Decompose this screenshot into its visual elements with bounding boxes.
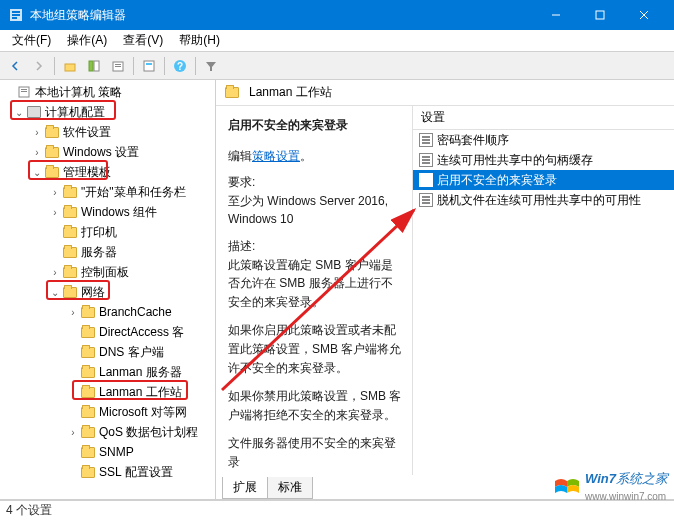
- menu-help[interactable]: 帮助(H): [171, 30, 228, 51]
- show-hide-tree-button[interactable]: [83, 55, 105, 77]
- folder-icon: [62, 244, 78, 260]
- tree-label: 软件设置: [63, 124, 111, 141]
- svg-rect-5: [596, 11, 604, 19]
- svg-rect-13: [115, 66, 121, 67]
- folder-icon: [44, 124, 60, 140]
- svg-rect-9: [89, 61, 93, 71]
- list-item[interactable]: 脱机文件在连续可用性共享中的可用性: [413, 190, 674, 210]
- menu-view[interactable]: 查看(V): [115, 30, 171, 51]
- tree-windows-settings[interactable]: ›Windows 设置: [0, 142, 215, 162]
- menu-bar: 文件(F) 操作(A) 查看(V) 帮助(H): [0, 30, 674, 52]
- policy-icon: [419, 153, 433, 167]
- tree-label: "开始"菜单和任务栏: [81, 184, 186, 201]
- list-item-label: 启用不安全的来宾登录: [437, 172, 557, 189]
- tree-network[interactable]: ⌄网络: [0, 282, 215, 302]
- tree-label: QoS 数据包计划程: [99, 424, 198, 441]
- folder-icon: [224, 85, 240, 101]
- tree-computer-config[interactable]: ⌄计算机配置: [0, 102, 215, 122]
- svg-rect-3: [12, 17, 17, 19]
- list-header[interactable]: 设置: [413, 106, 674, 130]
- folder-icon: [80, 304, 96, 320]
- tree-label: Microsoft 对等网: [99, 404, 187, 421]
- folder-icon: [80, 384, 96, 400]
- tree-lanman-workstation[interactable]: Lanman 工作站: [0, 382, 215, 402]
- list-item[interactable]: 密码套件顺序: [413, 130, 674, 150]
- tree-ssl[interactable]: SSL 配置设置: [0, 462, 215, 482]
- svg-text:?: ?: [177, 61, 183, 72]
- computer-icon: [26, 104, 42, 120]
- properties-button[interactable]: [138, 55, 160, 77]
- window-title: 本地组策略编辑器: [30, 7, 534, 24]
- requirements-value: 至少为 Windows Server 2016, Windows 10: [228, 192, 404, 229]
- folder-icon: [80, 464, 96, 480]
- svg-rect-19: [21, 89, 27, 90]
- svg-rect-15: [146, 63, 152, 65]
- folder-icon: [62, 204, 78, 220]
- address-label: Lanman 工作站: [249, 84, 332, 101]
- svg-rect-2: [12, 14, 20, 16]
- tree-printers[interactable]: 打印机: [0, 222, 215, 242]
- tree-windows-components[interactable]: ›Windows 组件: [0, 202, 215, 222]
- export-button[interactable]: [107, 55, 129, 77]
- maximize-button[interactable]: [578, 0, 622, 30]
- tree-label: 打印机: [81, 224, 117, 241]
- tree-label: 控制面板: [81, 264, 129, 281]
- tree-qos[interactable]: ›QoS 数据包计划程: [0, 422, 215, 442]
- details-pane: Lanman 工作站 启用不安全的来宾登录 编辑策略设置。 要求: 至少为 Wi…: [216, 80, 674, 499]
- description-p4: 文件服务器使用不安全的来宾登录: [228, 434, 404, 471]
- tree-label: SSL 配置设置: [99, 464, 173, 481]
- list-item-label: 密码套件顺序: [437, 132, 509, 149]
- tree-dns-client[interactable]: DNS 客户端: [0, 342, 215, 362]
- forward-button[interactable]: [28, 55, 50, 77]
- tree-label: Windows 组件: [81, 204, 157, 221]
- filter-button[interactable]: [200, 55, 222, 77]
- tree-label: 服务器: [81, 244, 117, 261]
- svg-rect-10: [94, 61, 99, 71]
- svg-rect-14: [144, 61, 154, 71]
- tree-label: Lanman 服务器: [99, 364, 182, 381]
- app-icon: [8, 7, 24, 23]
- settings-list: 设置 密码套件顺序 连续可用性共享中的句柄缓存 启用不安全的来宾登录 脱机文件在…: [412, 106, 674, 475]
- address-bar: Lanman 工作站: [216, 80, 674, 106]
- navigation-tree[interactable]: 本地计算机 策略 ⌄计算机配置 ›软件设置 ›Windows 设置 ⌄管理模板 …: [0, 80, 216, 499]
- up-button[interactable]: [59, 55, 81, 77]
- list-item-selected[interactable]: 启用不安全的来宾登录: [413, 170, 674, 190]
- tree-label: DNS 客户端: [99, 344, 164, 361]
- back-button[interactable]: [4, 55, 26, 77]
- list-item-label: 连续可用性共享中的句柄缓存: [437, 152, 593, 169]
- tree-admin-templates[interactable]: ⌄管理模板: [0, 162, 215, 182]
- tree-snmp[interactable]: SNMP: [0, 442, 215, 462]
- tree-directaccess[interactable]: DirectAccess 客: [0, 322, 215, 342]
- policy-title: 启用不安全的来宾登录: [228, 116, 404, 135]
- help-button[interactable]: ?: [169, 55, 191, 77]
- tree-microsoft-peer[interactable]: Microsoft 对等网: [0, 402, 215, 422]
- minimize-button[interactable]: [534, 0, 578, 30]
- tree-control-panel[interactable]: ›控制面板: [0, 262, 215, 282]
- close-button[interactable]: [622, 0, 666, 30]
- status-text: 4 个设置: [6, 502, 52, 519]
- list-item-label: 脱机文件在连续可用性共享中的可用性: [437, 192, 641, 209]
- tree-start-taskbar[interactable]: ›"开始"菜单和任务栏: [0, 182, 215, 202]
- tree-server[interactable]: 服务器: [0, 242, 215, 262]
- tree-label: DirectAccess 客: [99, 324, 184, 341]
- tree-software-settings[interactable]: ›软件设置: [0, 122, 215, 142]
- title-bar: 本地组策略编辑器: [0, 0, 674, 30]
- description-label: 描述:: [228, 237, 404, 256]
- edit-policy-link[interactable]: 策略设置: [252, 149, 300, 163]
- list-item[interactable]: 连续可用性共享中的句柄缓存: [413, 150, 674, 170]
- tree-branchcache[interactable]: ›BranchCache: [0, 302, 215, 322]
- edit-label: 编辑: [228, 149, 252, 163]
- folder-icon: [80, 424, 96, 440]
- tree-lanman-server[interactable]: Lanman 服务器: [0, 362, 215, 382]
- menu-file[interactable]: 文件(F): [4, 30, 59, 51]
- tree-root[interactable]: 本地计算机 策略: [0, 82, 215, 102]
- folder-icon: [62, 184, 78, 200]
- description-p3: 如果你禁用此策略设置，SMB 客户端将拒绝不安全的来宾登录。: [228, 387, 404, 424]
- menu-action[interactable]: 操作(A): [59, 30, 115, 51]
- folder-icon: [62, 224, 78, 240]
- tab-standard[interactable]: 标准: [267, 477, 313, 499]
- view-tabs: 扩展 标准: [216, 475, 674, 499]
- folder-icon: [80, 324, 96, 340]
- description-p1: 此策略设置确定 SMB 客户端是否允许在 SMB 服务器上进行不安全的来宾登录。: [228, 256, 404, 312]
- tab-extended[interactable]: 扩展: [222, 477, 268, 499]
